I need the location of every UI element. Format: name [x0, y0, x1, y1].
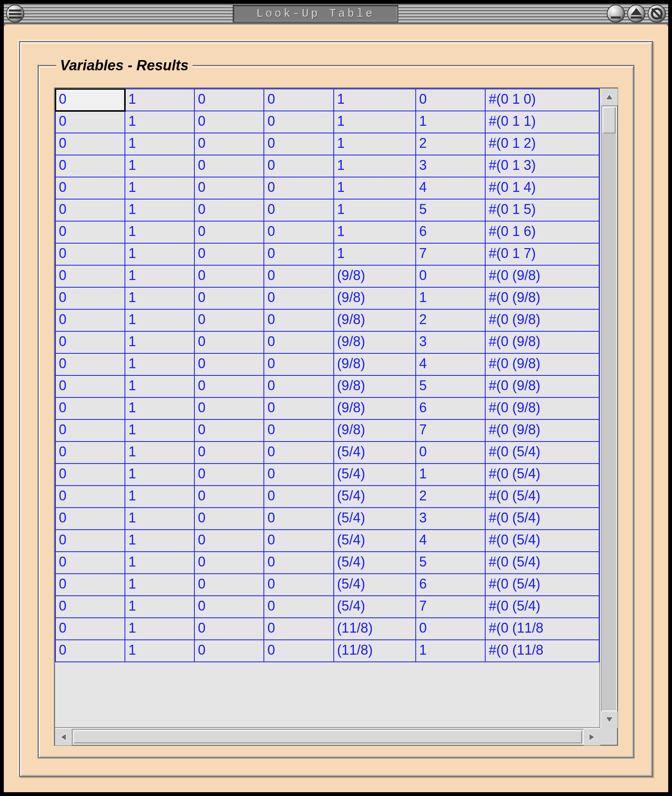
table-cell[interactable]: 6 [416, 574, 485, 596]
table-cell[interactable]: 0 [56, 376, 125, 398]
table-row[interactable]: 0100(9/8)0#(0 (9/8) [56, 265, 599, 287]
table-cell[interactable]: 0 [264, 441, 333, 464]
table-cell[interactable]: 0 [56, 398, 125, 419]
table-cell[interactable]: 0 [194, 111, 264, 133]
table-cell[interactable]: 1 [125, 265, 194, 287]
table-cell[interactable]: 0 [264, 640, 333, 662]
table-cell[interactable]: 1 [334, 133, 416, 155]
table-cell[interactable]: 1 [125, 618, 194, 640]
table-row[interactable]: 010012#(0 1 2) [56, 133, 599, 155]
table-cell[interactable]: #(0 1 6) [485, 221, 599, 243]
table-cell[interactable]: 0 [264, 353, 333, 376]
table-cell[interactable]: #(0 (9/8) [485, 376, 599, 398]
table-cell[interactable]: 0 [264, 376, 333, 398]
table-cell[interactable]: 1 [125, 574, 194, 596]
table-cell[interactable]: 1 [125, 552, 194, 574]
table-cell[interactable]: #(0 (5/4) [485, 530, 599, 552]
table-cell[interactable]: 0 [416, 441, 485, 464]
table-cell[interactable]: #(0 (5/4) [485, 552, 599, 574]
table-cell[interactable]: 1 [334, 111, 416, 133]
vertical-scroll-thumb[interactable] [603, 107, 616, 133]
table-cell[interactable]: 7 [416, 419, 485, 441]
table-cell[interactable]: #(0 (9/8) [485, 398, 599, 419]
table-cell[interactable]: 1 [125, 419, 194, 441]
table-cell[interactable]: 0 [56, 596, 125, 618]
scroll-right-button[interactable] [584, 729, 600, 745]
table-cell[interactable]: 1 [416, 464, 485, 486]
table-cell[interactable]: #(0 1 1) [485, 111, 599, 133]
table-cell[interactable]: 1 [416, 287, 485, 309]
table-cell[interactable]: 0 [264, 309, 333, 331]
table-cell[interactable]: 6 [416, 398, 485, 419]
table-cell[interactable]: 0 [194, 89, 264, 111]
table-cell[interactable]: 0 [56, 441, 125, 464]
table-cell[interactable]: 4 [416, 177, 485, 199]
table-cell[interactable]: 1 [125, 486, 194, 508]
table-cell[interactable]: 1 [125, 441, 194, 464]
table-cell[interactable]: (5/4) [334, 552, 416, 574]
table-cell[interactable]: 5 [416, 199, 485, 221]
table-cell[interactable]: 1 [125, 89, 194, 111]
window-menu-button[interactable] [6, 5, 24, 23]
table-cell[interactable]: 1 [125, 640, 194, 662]
table-cell[interactable]: 0 [264, 243, 333, 265]
table-row[interactable]: 010016#(0 1 6) [56, 221, 599, 243]
table-row[interactable]: 0100(9/8)7#(0 (9/8) [56, 419, 599, 441]
table-cell[interactable]: (5/4) [334, 486, 416, 508]
table-row[interactable]: 0100(11/8)1#(0 (11/8 [56, 640, 599, 662]
table-cell[interactable]: 0 [264, 508, 333, 530]
table-cell[interactable]: 0 [56, 177, 125, 199]
table-cell[interactable]: #(0 1 7) [485, 243, 599, 265]
table-cell[interactable]: #(0 (5/4) [485, 464, 599, 486]
table-row[interactable]: 010011#(0 1 1) [56, 111, 599, 133]
table-cell[interactable]: 7 [416, 243, 485, 265]
table-cell[interactable]: #(0 (11/8 [485, 618, 599, 640]
table-cell[interactable]: 0 [194, 265, 264, 287]
table-cell[interactable]: 0 [194, 530, 264, 552]
table-cell[interactable]: 1 [334, 199, 416, 221]
table-row[interactable]: 0100(9/8)1#(0 (9/8) [56, 287, 599, 309]
table-cell[interactable]: (9/8) [334, 398, 416, 419]
table-cell[interactable]: 1 [125, 243, 194, 265]
table-cell[interactable]: (5/4) [334, 530, 416, 552]
scroll-up-button[interactable] [601, 88, 618, 105]
table-cell[interactable]: 1 [125, 221, 194, 243]
table-cell[interactable]: 0 [194, 133, 264, 155]
scroll-left-button[interactable] [55, 729, 72, 745]
table-row[interactable]: 0100(5/4)1#(0 (5/4) [56, 464, 599, 486]
table-cell[interactable]: 0 [194, 287, 264, 309]
table-cell[interactable]: 1 [125, 353, 194, 376]
table-cell[interactable]: 0 [56, 199, 125, 221]
table-cell[interactable]: #(0 (11/8 [485, 640, 599, 662]
table-viewport[interactable]: 010010#(0 1 0)010011#(0 1 1)010012#(0 1 … [55, 88, 600, 728]
table-cell[interactable]: 1 [125, 177, 194, 199]
table-cell[interactable]: #(0 (5/4) [485, 508, 599, 530]
table-cell[interactable]: 0 [264, 287, 333, 309]
table-cell[interactable]: 2 [416, 133, 485, 155]
table-cell[interactable]: 0 [264, 221, 333, 243]
table-cell[interactable]: 0 [56, 530, 125, 552]
table-cell[interactable]: 2 [416, 309, 485, 331]
vertical-scroll-track[interactable] [601, 105, 617, 711]
table-cell[interactable]: 1 [125, 309, 194, 331]
table-cell[interactable]: #(0 (5/4) [485, 486, 599, 508]
vertical-scrollbar[interactable] [600, 88, 617, 728]
table-row[interactable]: 0100(9/8)6#(0 (9/8) [56, 398, 599, 419]
table-cell[interactable]: 1 [416, 640, 485, 662]
table-cell[interactable]: #(0 (5/4) [485, 574, 599, 596]
minimize-button[interactable] [607, 5, 625, 23]
table-cell[interactable]: 0 [264, 464, 333, 486]
table-cell[interactable]: 1 [334, 177, 416, 199]
table-cell[interactable]: 0 [264, 618, 333, 640]
table-cell[interactable]: 1 [125, 331, 194, 353]
table-cell[interactable]: 0 [56, 265, 125, 287]
table-cell[interactable]: (5/4) [334, 596, 416, 618]
table-cell[interactable]: 0 [194, 398, 264, 419]
table-cell[interactable]: #(0 (9/8) [485, 309, 599, 331]
table-cell[interactable]: 0 [56, 574, 125, 596]
table-row[interactable]: 010014#(0 1 4) [56, 177, 599, 199]
table-cell[interactable]: 0 [56, 618, 125, 640]
table-cell[interactable]: 0 [56, 464, 125, 486]
table-cell[interactable]: (5/4) [334, 508, 416, 530]
table-cell[interactable]: (9/8) [334, 265, 416, 287]
